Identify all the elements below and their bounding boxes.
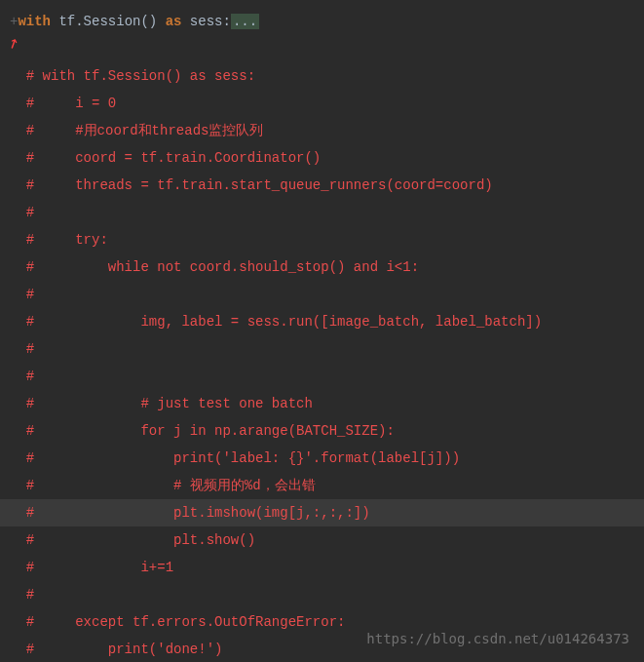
code-line: # plt.show()	[0, 526, 644, 554]
comment-text: #	[10, 205, 34, 220]
code-line: # print('label: {}'.format(label[j]))	[0, 445, 644, 472]
comment-text: # while not coord.should_stop() and i<1:	[10, 259, 419, 275]
parens: ()	[140, 14, 157, 29]
comment-text: # plt.show()	[10, 532, 255, 548]
code-line: # while not coord.should_stop() and i<1:	[0, 253, 644, 281]
comment-text: # for j in np.arange(BATCH_SIZE):	[10, 423, 395, 439]
keyword-with: with	[18, 14, 51, 29]
comment-text: #	[10, 587, 34, 603]
keyword-as: as	[166, 14, 182, 29]
code-line: # # just test one batch	[0, 390, 644, 417]
comment-text: # threads = tf.train.start_queue_runners…	[10, 177, 493, 193]
code-line: # for j in np.arange(BATCH_SIZE):	[0, 417, 644, 445]
code-line: # coord = tf.train.Coordinator()	[0, 144, 644, 172]
comment-text: # plt.imshow(img[j,:,:,:])	[10, 505, 370, 521]
code-line-header: +with tf.Session() as sess:...	[0, 8, 644, 35]
comment-text: #	[10, 341, 34, 357]
code-line: # try:	[0, 226, 644, 253]
code-line: #	[0, 363, 644, 390]
code-editor: +with tf.Session() as sess:... # with tf…	[0, 0, 644, 662]
comment-text: # print('label: {}'.format(label[j]))	[10, 450, 460, 466]
comment-text: # except tf.errors.OutOfRangeError:	[10, 614, 345, 630]
comment-text: # #用coord和threads监控队列	[10, 123, 263, 138]
code-fold-indicator[interactable]: ...	[231, 14, 259, 29]
code-line: # i+=1	[0, 554, 644, 581]
comment-text: # try:	[10, 232, 108, 248]
comment-text: # # 视频用的%d，会出错	[10, 478, 316, 493]
space	[157, 14, 165, 29]
comment-text: #	[10, 369, 34, 384]
code-line: #	[0, 281, 644, 308]
code-line: #	[0, 581, 644, 608]
code-line: # with tf.Session() as sess:	[0, 62, 644, 90]
watermark-text: https://blog.csdn.net/u014264373	[366, 625, 629, 652]
code-line: # img, label = sess.run([image_batch, la…	[0, 308, 644, 335]
blank-line	[0, 35, 644, 62]
code-line: # # 视频用的%d，会出错	[0, 472, 644, 499]
comment-text: # i = 0	[10, 96, 116, 111]
code-line: # i = 0	[0, 90, 644, 117]
comment-text: # img, label = sess.run([image_batch, la…	[10, 314, 542, 330]
code-line: #	[0, 199, 644, 226]
comment-text: # with tf.Session() as sess:	[10, 68, 255, 84]
sess-colon: sess:	[181, 14, 230, 29]
comment-text: # # just test one batch	[10, 396, 313, 411]
code-line: # threads = tf.train.start_queue_runners…	[0, 172, 644, 199]
code-line: # #用coord和threads监控队列	[0, 117, 644, 144]
code-line: # plt.imshow(img[j,:,:,:])	[0, 499, 644, 526]
comment-text: # print('done!')	[10, 642, 222, 657]
code-line: #	[0, 335, 644, 363]
comment-text: #	[10, 287, 34, 302]
tf-session-text: tf.Session	[51, 14, 140, 29]
comment-text: # i+=1	[10, 560, 173, 575]
comment-text: # coord = tf.train.Coordinator()	[10, 150, 321, 166]
